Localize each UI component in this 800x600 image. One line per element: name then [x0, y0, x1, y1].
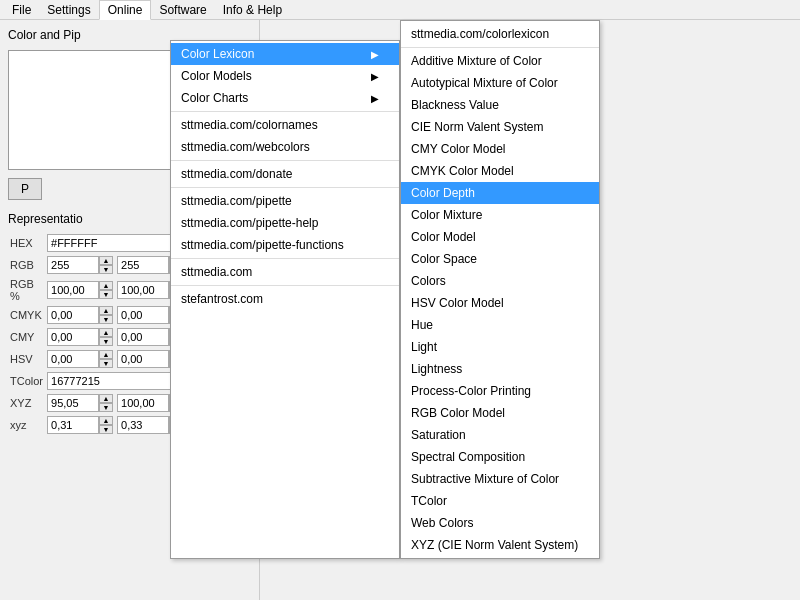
pipette-button[interactable]: P — [8, 178, 42, 200]
xyz-lower-x-up[interactable]: ▲ — [99, 416, 113, 425]
menu-pipette[interactable]: sttmedia.com/pipette — [171, 190, 399, 212]
menu-file[interactable]: File — [4, 1, 39, 19]
menu-light[interactable]: Light — [401, 336, 599, 358]
hsv-s-input[interactable] — [117, 350, 169, 368]
rgb-pct-r-up[interactable]: ▲ — [99, 281, 113, 290]
rgb-g-input[interactable] — [117, 256, 169, 274]
chevron-right-icon: ▶ — [371, 49, 379, 60]
rgb-r-down[interactable]: ▼ — [99, 265, 113, 274]
separator-2 — [171, 160, 399, 161]
menu-saturation[interactable]: Saturation — [401, 424, 599, 446]
menu-donate[interactable]: sttmedia.com/donate — [171, 163, 399, 185]
menu-cmyk-color-model[interactable]: CMYK Color Model — [401, 160, 599, 182]
xyz-x-input[interactable] — [47, 394, 99, 412]
cmyk-label: CMYK — [8, 304, 45, 326]
menu-subtractive-mixture[interactable]: Subtractive Mixture of Color — [401, 468, 599, 490]
xyz-lower-x-input[interactable] — [47, 416, 99, 434]
menu-cie-norm[interactable]: CIE Norm Valent System — [401, 116, 599, 138]
menu-cmy-color-model[interactable]: CMY Color Model — [401, 138, 599, 160]
hsv-h-up[interactable]: ▲ — [99, 350, 113, 359]
menu-colors[interactable]: Colors — [401, 270, 599, 292]
xyz-lower-y-input[interactable] — [117, 416, 169, 434]
hsv-h-down[interactable]: ▼ — [99, 359, 113, 368]
menu-software[interactable]: Software — [151, 1, 214, 19]
separator-5 — [171, 285, 399, 286]
menu-settings[interactable]: Settings — [39, 1, 98, 19]
cmy-label: CMY — [8, 326, 45, 348]
menu-colornames[interactable]: sttmedia.com/colornames — [171, 114, 399, 136]
menu-webcolors[interactable]: sttmedia.com/webcolors — [171, 136, 399, 158]
separator-4 — [171, 258, 399, 259]
xyz-x-down[interactable]: ▼ — [99, 403, 113, 412]
rgb-pct-r-down[interactable]: ▼ — [99, 290, 113, 299]
menu-xyz-cie[interactable]: XYZ (CIE Norm Valent System) — [401, 534, 599, 556]
cmy-c-up[interactable]: ▲ — [99, 328, 113, 337]
separator-3 — [171, 187, 399, 188]
rgb-pct-label: RGB % — [8, 276, 45, 304]
menu-online[interactable]: Online — [99, 0, 152, 20]
xyz-lower-x-down[interactable]: ▼ — [99, 425, 113, 434]
menu-sttmedia[interactable]: sttmedia.com — [171, 261, 399, 283]
cmyk-c-down[interactable]: ▼ — [99, 315, 113, 324]
menu-color-mixture[interactable]: Color Mixture — [401, 204, 599, 226]
chevron-right-icon: ▶ — [371, 93, 379, 104]
menu-lightness[interactable]: Lightness — [401, 358, 599, 380]
menu-web-colors[interactable]: Web Colors — [401, 512, 599, 534]
xyz-label: XYZ — [8, 392, 45, 414]
menu-additive-mixture[interactable]: Additive Mixture of Color — [401, 50, 599, 72]
menu-spectral-composition[interactable]: Spectral Composition — [401, 446, 599, 468]
app-area: Color and Pip P Representatio HEX RGB ▲▼ — [0, 20, 800, 600]
color-lexicon-submenu: sttmedia.com/colorlexicon Additive Mixtu… — [400, 20, 600, 559]
cmyk-m-input[interactable] — [117, 306, 169, 324]
menubar: File Settings Online Software Info & Hel… — [0, 0, 800, 20]
xyz-y-input[interactable] — [117, 394, 169, 412]
xyz-lower-label: xyz — [8, 414, 45, 436]
xyz-x-up[interactable]: ▲ — [99, 394, 113, 403]
hsv-h-input[interactable] — [47, 350, 99, 368]
menu-color-models[interactable]: Color Models ▶ — [171, 65, 399, 87]
rgb-label: RGB — [8, 254, 45, 276]
hex-label: HEX — [8, 232, 45, 254]
rgb-pct-r-input[interactable] — [47, 281, 99, 299]
menu-color-charts[interactable]: Color Charts ▶ — [171, 87, 399, 109]
tcolor-label: TColor — [8, 370, 45, 392]
menu-colorlexicon-link[interactable]: sttmedia.com/colorlexicon — [401, 23, 599, 45]
cmy-m-input[interactable] — [117, 328, 169, 346]
menu-hue[interactable]: Hue — [401, 314, 599, 336]
cmyk-c-up[interactable]: ▲ — [99, 306, 113, 315]
cmyk-c-input[interactable] — [47, 306, 99, 324]
menu-process-color[interactable]: Process-Color Printing — [401, 380, 599, 402]
menu-color-lexicon[interactable]: Color Lexicon ▶ — [171, 43, 399, 65]
dropdown-container: Color Lexicon ▶ Color Models ▶ Color Cha… — [170, 20, 600, 559]
menu-blackness-value[interactable]: Blackness Value — [401, 94, 599, 116]
hsv-label: HSV — [8, 348, 45, 370]
online-menu-dropdown: Color Lexicon ▶ Color Models ▶ Color Cha… — [170, 40, 400, 559]
separator-l2-1 — [401, 47, 599, 48]
menu-info-help[interactable]: Info & Help — [215, 1, 290, 19]
menu-stefantrost[interactable]: stefantrost.com — [171, 288, 399, 310]
rgb-pct-g-input[interactable] — [117, 281, 169, 299]
rgb-r-up[interactable]: ▲ — [99, 256, 113, 265]
cmy-c-down[interactable]: ▼ — [99, 337, 113, 346]
menu-pipette-functions[interactable]: sttmedia.com/pipette-functions — [171, 234, 399, 256]
menu-autotypical-mixture[interactable]: Autotypical Mixture of Color — [401, 72, 599, 94]
separator-1 — [171, 111, 399, 112]
menu-rgb-color-model[interactable]: RGB Color Model — [401, 402, 599, 424]
rgb-r-input[interactable] — [47, 256, 99, 274]
chevron-right-icon: ▶ — [371, 71, 379, 82]
menu-tcolor[interactable]: TColor — [401, 490, 599, 512]
menu-color-space[interactable]: Color Space — [401, 248, 599, 270]
menu-color-depth[interactable]: Color Depth — [401, 182, 599, 204]
cmy-c-input[interactable] — [47, 328, 99, 346]
menu-pipette-help[interactable]: sttmedia.com/pipette-help — [171, 212, 399, 234]
menu-color-model[interactable]: Color Model — [401, 226, 599, 248]
menu-hsv-color-model[interactable]: HSV Color Model — [401, 292, 599, 314]
